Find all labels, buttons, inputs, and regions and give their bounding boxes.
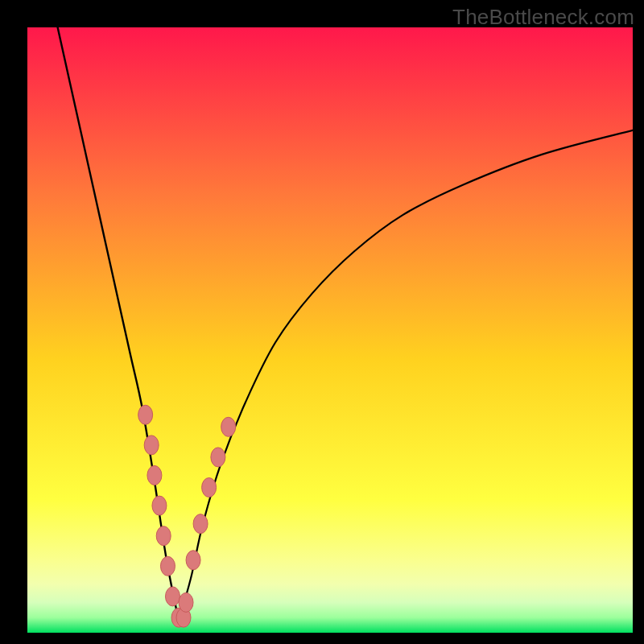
data-dot xyxy=(147,465,162,485)
plot-area xyxy=(27,27,633,633)
chart-frame: TheBottleneck.com xyxy=(0,0,644,644)
data-dot xyxy=(193,514,208,534)
data-dot xyxy=(156,526,171,546)
data-dot xyxy=(165,587,180,606)
data-dot xyxy=(179,592,193,612)
watermark-text: TheBottleneck.com xyxy=(452,5,634,30)
gradient-background xyxy=(27,27,633,633)
data-dot xyxy=(144,436,159,455)
data-dot xyxy=(211,448,225,467)
data-dot xyxy=(138,405,153,424)
data-dot xyxy=(221,417,236,436)
data-dot xyxy=(186,551,200,570)
chart-svg xyxy=(27,27,633,633)
data-dot xyxy=(202,478,217,497)
data-dot xyxy=(160,556,175,576)
data-dot xyxy=(152,496,167,515)
